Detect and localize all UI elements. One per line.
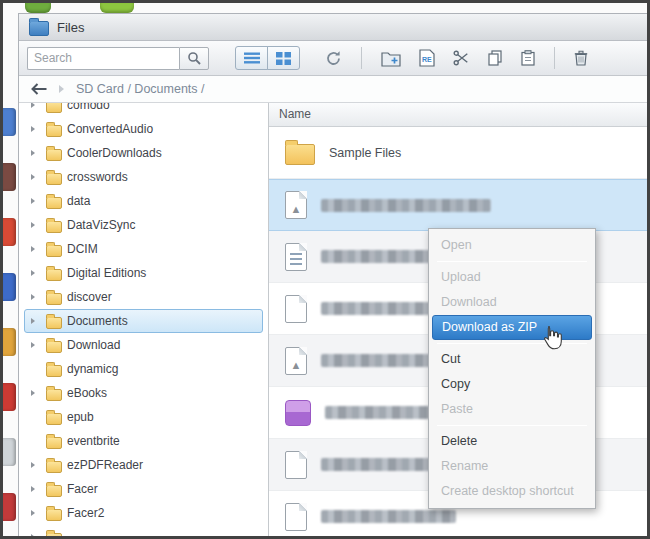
expander-arrow-icon[interactable] [31, 510, 41, 516]
sidebar-item-documents[interactable]: Documents [24, 309, 263, 333]
folder-label: CoolerDownloads [67, 146, 162, 160]
folder-label: dynamicg [67, 362, 118, 376]
sidebar-item-comodo[interactable]: comodo [24, 103, 263, 117]
folder-label: Digital Editions [67, 266, 146, 280]
redacted-file-name [321, 510, 456, 523]
menu-item-rename: Rename [429, 454, 595, 479]
expander-arrow-icon[interactable] [31, 126, 41, 132]
expander-arrow-icon[interactable] [31, 342, 41, 348]
expander-arrow-icon[interactable] [31, 486, 41, 492]
folder-label: Download [67, 338, 120, 352]
redacted-file-name [321, 199, 491, 212]
desktop-icon-partial[interactable] [3, 218, 16, 246]
desktop-icon-partial[interactable] [3, 438, 16, 466]
expander-arrow-icon[interactable] [31, 270, 41, 276]
file-row[interactable]: Sample Files [269, 127, 647, 179]
menu-item-cut[interactable]: Cut [429, 347, 595, 372]
sidebar-item-dcim[interactable]: DCIM [24, 237, 263, 261]
sidebar-item-download[interactable]: Download [24, 333, 263, 357]
files-app-icon [29, 21, 49, 36]
file-file-icon [285, 295, 307, 323]
grid-view-button[interactable] [267, 46, 300, 70]
sidebar-item-facer[interactable]: Facer [24, 477, 263, 501]
desktop-icon-partial[interactable] [25, 3, 51, 13]
svg-text:RE: RE [422, 56, 432, 63]
expander-arrow-icon[interactable] [31, 174, 41, 180]
expander-arrow-icon[interactable] [31, 246, 41, 252]
sidebar-item-partial[interactable] [24, 525, 263, 536]
expander-arrow-icon[interactable] [31, 462, 41, 468]
copy-button[interactable] [478, 48, 512, 68]
paste-button[interactable] [512, 48, 544, 68]
list-view-button[interactable] [235, 46, 268, 70]
search-input[interactable] [27, 47, 179, 70]
folder-tree: comodoConvertedAudioCoolerDownloadscross… [19, 103, 269, 536]
folder-icon [46, 221, 62, 233]
menu-item-copy[interactable]: Copy [429, 372, 595, 397]
toolbar: RE [19, 41, 647, 76]
cut-button[interactable] [444, 48, 478, 68]
sidebar-item-epub[interactable]: epub [24, 405, 263, 429]
file-row[interactable] [269, 179, 647, 231]
desktop-icon-partial[interactable] [3, 163, 16, 191]
sidebar-item-digital-editions[interactable]: Digital Editions [24, 261, 263, 285]
file-file-icon [285, 503, 307, 531]
search-button[interactable] [179, 47, 209, 70]
scissors-icon [453, 50, 469, 66]
folder-icon [46, 389, 62, 401]
folder-icon [46, 317, 62, 329]
desktop-icon-partial[interactable] [100, 3, 134, 13]
rename-button[interactable]: RE [410, 47, 444, 69]
desktop-icon-partial[interactable] [3, 273, 16, 301]
copy-icon [487, 50, 503, 66]
folder-icon [46, 197, 62, 209]
sidebar-item-eventbrite[interactable]: eventbrite [24, 429, 263, 453]
trash-icon [574, 50, 588, 66]
redacted-file-name [321, 250, 436, 263]
menu-item-delete[interactable]: Delete [429, 429, 595, 454]
column-header-name[interactable]: Name [269, 103, 647, 127]
sidebar-item-facer2[interactable]: Facer2 [24, 501, 263, 525]
back-button[interactable] [31, 83, 47, 95]
expander-arrow-icon[interactable] [31, 294, 41, 300]
refresh-button[interactable] [316, 48, 351, 69]
expander-arrow-icon[interactable] [31, 534, 41, 536]
menu-item-create-desktop-shortcut: Create desktop shortcut [429, 479, 595, 504]
rename-doc-icon: RE [419, 49, 435, 67]
folder-label: comodo [67, 103, 110, 112]
menu-item-download-as-zip[interactable]: Download as ZIP [432, 315, 592, 340]
folder-icon [46, 103, 62, 113]
expander-arrow-icon[interactable] [31, 318, 41, 324]
expander-arrow-icon[interactable] [31, 198, 41, 204]
doc-file-icon [285, 243, 307, 271]
desktop-icon-partial[interactable] [3, 108, 16, 136]
delete-button[interactable] [565, 48, 597, 68]
new-folder-button[interactable] [372, 48, 410, 69]
desktop-icon-partial[interactable] [3, 383, 16, 411]
paste-icon [521, 50, 535, 66]
sidebar-item-discover[interactable]: discover [24, 285, 263, 309]
sidebar-item-ebooks[interactable]: eBooks [24, 381, 263, 405]
folder-label: DataVizSync [67, 218, 135, 232]
expander-arrow-icon[interactable] [31, 390, 41, 396]
menu-separator [437, 261, 587, 262]
breadcrumb[interactable]: SD Card / Documents / [76, 82, 205, 96]
desktop-icon-partial[interactable] [3, 328, 16, 356]
desktop-icon-partial[interactable] [3, 493, 16, 521]
expander-arrow-icon[interactable] [31, 103, 41, 108]
expander-arrow-icon[interactable] [31, 222, 41, 228]
sidebar-item-data[interactable]: data [24, 189, 263, 213]
file-name: Sample Files [329, 146, 401, 160]
sidebar-item-crosswords[interactable]: crosswords [24, 165, 263, 189]
collapse-chevron-icon[interactable] [59, 85, 64, 93]
sidebar-item-coolerdownloads[interactable]: CoolerDownloads [24, 141, 263, 165]
sidebar-item-datavizsync[interactable]: DataVizSync [24, 213, 263, 237]
sidebar-item-convertedaudio[interactable]: ConvertedAudio [24, 117, 263, 141]
breadcrumb-bar: SD Card / Documents / [19, 76, 647, 103]
sidebar-item-ezpdfreader[interactable]: ezPDFReader [24, 453, 263, 477]
sidebar-item-dynamicg[interactable]: dynamicg [24, 357, 263, 381]
expander-arrow-icon[interactable] [31, 150, 41, 156]
folder-label: crosswords [67, 170, 128, 184]
window-title: Files [57, 20, 84, 35]
pdf-file-icon [285, 191, 307, 219]
